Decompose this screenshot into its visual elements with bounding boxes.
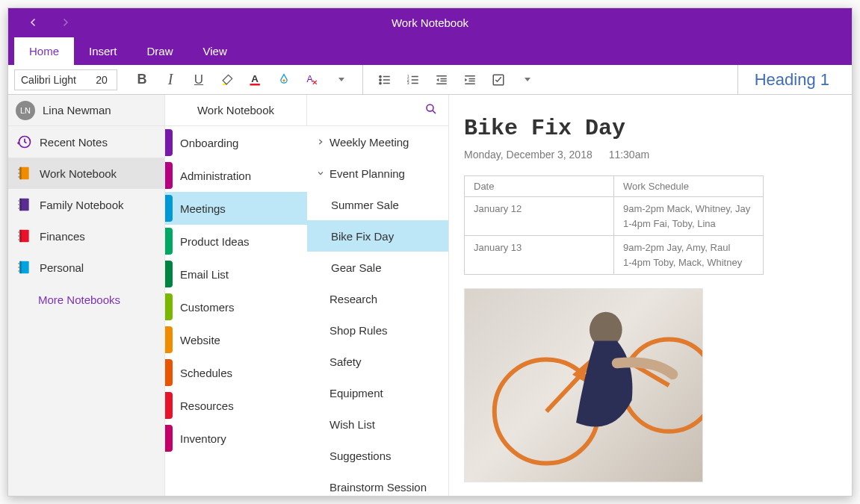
- font-color-button[interactable]: A: [241, 66, 270, 94]
- style-heading1[interactable]: Heading 1: [737, 65, 846, 94]
- more-notebooks-link[interactable]: More Notebooks: [8, 283, 164, 306]
- page-wish-list[interactable]: Wish List: [307, 408, 448, 440]
- sidebar-item-personal[interactable]: Personal: [8, 252, 164, 283]
- notebook-icon: [17, 134, 31, 149]
- page-event-planning[interactable]: Event Planning: [307, 158, 448, 189]
- page-canvas[interactable]: Bike Fix Day Monday, December 3, 2018 11…: [449, 95, 852, 496]
- section-resources[interactable]: Resources: [165, 389, 307, 422]
- italic-button[interactable]: I: [156, 66, 185, 94]
- page-summer-sale[interactable]: Summer Sale: [307, 189, 448, 220]
- sidebar-item-work-notebook[interactable]: Work Notebook: [8, 158, 164, 189]
- section-label: Resources: [180, 399, 234, 412]
- page-research[interactable]: Research: [307, 283, 448, 314]
- pages-column: Weekly MeetingEvent PlanningSummer SaleB…: [307, 95, 449, 496]
- page-meta: Monday, December 3, 2018 11:30am: [464, 149, 837, 161]
- clear-format-button[interactable]: A: [298, 66, 327, 94]
- svg-point-5: [380, 78, 381, 80]
- bullets-button[interactable]: [371, 66, 399, 94]
- section-inventory[interactable]: Inventory: [165, 422, 307, 455]
- page-label: Gear Sale: [331, 261, 382, 274]
- sidebar-item-recent-notes[interactable]: Recent Notes: [8, 126, 164, 158]
- svg-rect-21: [19, 208, 21, 209]
- search-icon[interactable]: [424, 102, 438, 118]
- page-suggestions[interactable]: Suggestions: [307, 440, 448, 471]
- svg-rect-14: [19, 169, 21, 170]
- account-row[interactable]: LN Lina Newman: [8, 95, 164, 126]
- window-title: Work Notebook: [392, 16, 468, 29]
- section-color-tab: [165, 195, 173, 222]
- sections-header: Work Notebook: [165, 95, 307, 126]
- section-customers[interactable]: Customers: [165, 290, 307, 323]
- schedule-table[interactable]: Date Work Schedule January 12 9am-2pm Ma…: [464, 175, 764, 275]
- ribbon-tabs: Home Insert Draw View: [8, 37, 852, 65]
- tab-view[interactable]: View: [188, 37, 242, 65]
- page-safety[interactable]: Safety: [307, 346, 448, 377]
- svg-rect-15: [19, 172, 21, 174]
- notebook-icon: [17, 260, 31, 275]
- ink-color-button[interactable]: [270, 66, 298, 94]
- section-color-tab: [165, 392, 173, 419]
- section-label: Website: [180, 334, 220, 346]
- section-color-tab: [165, 359, 173, 386]
- page-gear-sale[interactable]: Gear Sale: [307, 252, 448, 283]
- svg-rect-30: [19, 267, 21, 268]
- indent-button[interactable]: [456, 66, 484, 94]
- forward-button[interactable]: [58, 15, 72, 30]
- page-label: Weekly Meeting: [330, 136, 409, 149]
- section-schedules[interactable]: Schedules: [165, 356, 307, 389]
- tab-draw[interactable]: Draw: [132, 37, 188, 65]
- paragraph-more-button[interactable]: [513, 66, 541, 94]
- page-bike-fix-day[interactable]: Bike Fix Day: [307, 220, 448, 252]
- section-color-tab: [165, 162, 173, 189]
- page-title[interactable]: Bike Fix Day: [464, 116, 837, 141]
- back-button[interactable]: [26, 15, 41, 30]
- toolbar: B I U A A 123: [8, 65, 852, 95]
- section-color-tab: [165, 293, 173, 320]
- numbering-button[interactable]: 123: [399, 66, 427, 94]
- page-brainstorm-session[interactable]: Brainstorm Session: [307, 471, 448, 496]
- section-label: Schedules: [180, 367, 232, 379]
- section-color-tab: [165, 129, 173, 156]
- svg-point-34: [623, 340, 702, 432]
- tab-insert[interactable]: Insert: [74, 37, 132, 65]
- svg-text:A: A: [251, 73, 259, 84]
- page-shop-rules[interactable]: Shop Rules: [307, 314, 448, 346]
- bold-button[interactable]: B: [128, 66, 156, 94]
- section-meetings[interactable]: Meetings: [165, 192, 307, 225]
- underline-button[interactable]: U: [185, 66, 213, 94]
- titlebar: Work Notebook: [8, 8, 852, 37]
- svg-rect-29: [19, 263, 21, 264]
- notebook-label: Recent Notes: [40, 136, 108, 149]
- notebook-label: Family Notebook: [40, 199, 124, 211]
- tab-home[interactable]: Home: [14, 37, 74, 65]
- font-size-input[interactable]: [87, 70, 117, 90]
- outdent-button[interactable]: [427, 66, 456, 94]
- section-administration[interactable]: Administration: [165, 159, 307, 192]
- notebook-label: Personal: [40, 261, 84, 274]
- font-name-input[interactable]: [15, 70, 87, 90]
- section-website[interactable]: Website: [165, 323, 307, 356]
- page-image[interactable]: [464, 288, 703, 482]
- page-label: Equipment: [330, 387, 383, 399]
- section-color-tab: [165, 425, 173, 452]
- sections-column: Work Notebook OnboardingAdministrationMe…: [165, 95, 307, 496]
- notebook-sidebar: LN Lina Newman Recent NotesWork Notebook…: [8, 95, 165, 496]
- font-more-button[interactable]: [327, 66, 355, 94]
- section-email-list[interactable]: Email List: [165, 258, 307, 290]
- section-onboarding[interactable]: Onboarding: [165, 126, 307, 159]
- highlight-button[interactable]: [213, 66, 241, 94]
- svg-point-4: [380, 75, 381, 77]
- sidebar-item-family-notebook[interactable]: Family Notebook: [8, 189, 164, 220]
- todo-tag-button[interactable]: [484, 66, 513, 94]
- svg-rect-20: [19, 204, 21, 205]
- section-label: Meetings: [180, 202, 226, 215]
- account-name: Lina Newman: [43, 104, 111, 116]
- page-label: Event Planning: [330, 167, 405, 180]
- page-weekly-meeting[interactable]: Weekly Meeting: [307, 126, 448, 158]
- table-row: January 13 9am-2pm Jay, Amy, Raul 1-4pm …: [465, 236, 764, 275]
- svg-point-6: [380, 82, 381, 84]
- page-equipment[interactable]: Equipment: [307, 377, 448, 408]
- font-picker: [14, 69, 117, 90]
- section-product-ideas[interactable]: Product Ideas: [165, 225, 307, 258]
- sidebar-item-finances[interactable]: Finances: [8, 220, 164, 252]
